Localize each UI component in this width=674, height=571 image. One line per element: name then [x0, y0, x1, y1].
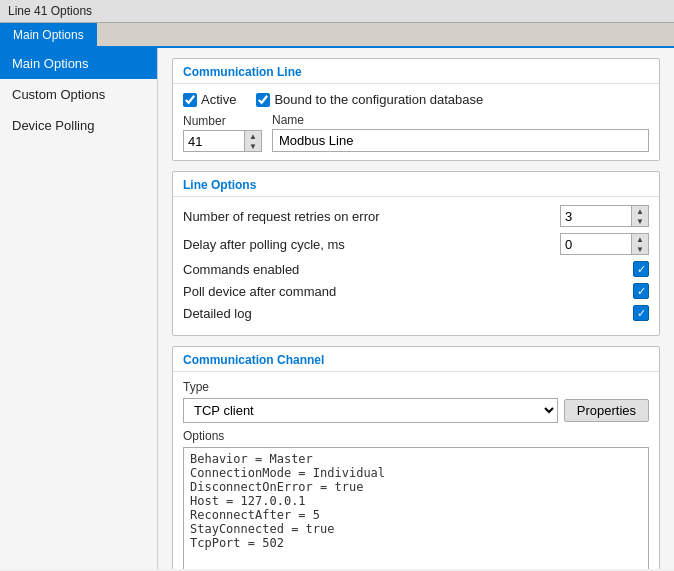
detailed-log-row: Detailed log ✓	[183, 305, 649, 321]
number-spin-buttons: ▲ ▼	[244, 131, 261, 151]
sidebar: Main Options Custom Options Device Polli…	[0, 48, 158, 569]
bound-label: Bound to the configuration database	[274, 92, 483, 107]
tab-main-options[interactable]: Main Options	[0, 23, 97, 46]
bound-checkbox-label[interactable]: Bound to the configuration database	[256, 92, 483, 107]
number-label: Number	[183, 114, 262, 128]
number-input[interactable]	[184, 131, 244, 151]
options-label: Options	[183, 429, 649, 443]
retries-row: Number of request retries on error ▲ ▼	[183, 205, 649, 227]
delay-spin-down[interactable]: ▼	[632, 244, 648, 254]
detailed-log-checkbox[interactable]: ✓	[633, 305, 649, 321]
number-spinner[interactable]: ▲ ▼	[183, 130, 262, 152]
sidebar-item-custom-options[interactable]: Custom Options	[0, 79, 157, 110]
sidebar-item-main-options[interactable]: Main Options	[0, 48, 157, 79]
retries-label: Number of request retries on error	[183, 209, 380, 224]
number-field-group: Number ▲ ▼	[183, 114, 262, 152]
retries-spinner[interactable]: ▲ ▼	[560, 205, 649, 227]
delay-input[interactable]	[561, 234, 631, 254]
comm-line-section: Communication Line Active Bound to the c…	[172, 58, 660, 161]
main-content: Communication Line Active Bound to the c…	[158, 48, 674, 569]
name-label: Name	[272, 113, 649, 127]
name-input[interactable]	[272, 129, 649, 152]
number-spin-down[interactable]: ▼	[245, 141, 261, 151]
properties-button[interactable]: Properties	[564, 399, 649, 422]
comm-channel-title: Communication Channel	[173, 347, 659, 372]
poll-after-command-checkbox[interactable]: ✓	[633, 283, 649, 299]
delay-row: Delay after polling cycle, ms ▲ ▼	[183, 233, 649, 255]
active-checkbox-label[interactable]: Active	[183, 92, 236, 107]
retries-spin-buttons: ▲ ▼	[631, 206, 648, 226]
bound-checkbox[interactable]	[256, 93, 270, 107]
commands-enabled-label: Commands enabled	[183, 262, 299, 277]
type-select[interactable]: TCP client UDP Serial	[183, 398, 558, 423]
commands-enabled-row: Commands enabled ✓	[183, 261, 649, 277]
poll-after-command-row: Poll device after command ✓	[183, 283, 649, 299]
title-bar: Line 41 Options	[0, 0, 674, 23]
window-title: Line 41 Options	[8, 4, 92, 18]
detailed-log-label: Detailed log	[183, 306, 252, 321]
retries-input[interactable]	[561, 206, 631, 226]
active-label: Active	[201, 92, 236, 107]
poll-after-command-label: Poll device after command	[183, 284, 336, 299]
options-textarea[interactable]: Behavior = Master ConnectionMode = Indiv…	[183, 447, 649, 569]
type-label: Type	[183, 380, 649, 394]
name-field-group: Name	[272, 113, 649, 152]
commands-enabled-checkbox[interactable]: ✓	[633, 261, 649, 277]
comm-channel-section: Communication Channel Type TCP client UD…	[172, 346, 660, 569]
active-checkbox[interactable]	[183, 93, 197, 107]
line-options-section: Line Options Number of request retries o…	[172, 171, 660, 336]
type-row: TCP client UDP Serial Properties	[183, 398, 649, 423]
line-options-title: Line Options	[173, 172, 659, 197]
delay-spinner[interactable]: ▲ ▼	[560, 233, 649, 255]
delay-spin-buttons: ▲ ▼	[631, 234, 648, 254]
retries-spin-down[interactable]: ▼	[632, 216, 648, 226]
retries-spin-up[interactable]: ▲	[632, 206, 648, 216]
delay-label: Delay after polling cycle, ms	[183, 237, 345, 252]
comm-line-title: Communication Line	[173, 59, 659, 84]
delay-spin-up[interactable]: ▲	[632, 234, 648, 244]
number-spin-up[interactable]: ▲	[245, 131, 261, 141]
sidebar-item-device-polling[interactable]: Device Polling	[0, 110, 157, 141]
